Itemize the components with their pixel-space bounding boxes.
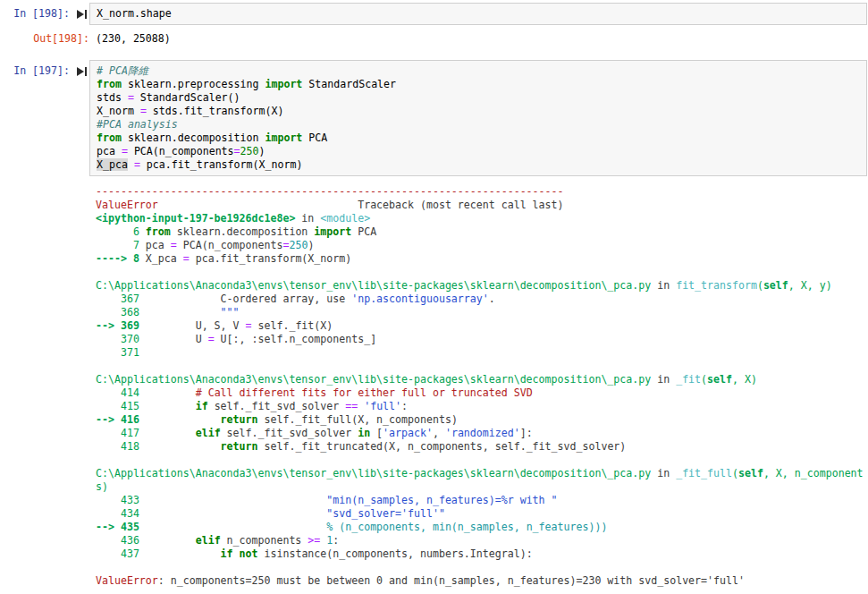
code-line: 6 from sklearn.decomposition import PCA bbox=[96, 225, 865, 239]
play-bar-icon bbox=[85, 10, 87, 19]
run-cell-icon[interactable] bbox=[77, 64, 87, 78]
code-line: X_pca = pca.fit_transform(X_norm) bbox=[97, 158, 866, 172]
code-cell-2: In [197]: # PCA降維from sklearn.preprocess… bbox=[0, 60, 868, 588]
code-line: 371 bbox=[96, 346, 865, 360]
code-line: #PCA analysis bbox=[97, 118, 866, 132]
play-triangle-icon bbox=[77, 10, 84, 19]
code-line bbox=[96, 454, 865, 467]
code-line: 417 elif self._fit_svd_solver in ['arpac… bbox=[96, 427, 865, 440]
prompt-column: In [198]: bbox=[0, 3, 89, 21]
input-prompt: In [197]: bbox=[13, 64, 70, 78]
code-line: --> 416 return self._fit_full(X, n_compo… bbox=[96, 413, 865, 427]
code-editor[interactable]: # PCA降維from sklearn.preprocessing import… bbox=[97, 64, 866, 172]
code-line: C:\Applications\Anaconda3\envs\tensor_en… bbox=[96, 467, 865, 494]
code-line: 433 "min(n_samples, n_features)=%r with … bbox=[96, 494, 865, 507]
code-line: 368 """ bbox=[96, 306, 865, 319]
code-line: --> 369 U, S, V = self._fit(X) bbox=[96, 319, 865, 333]
code-line: <ipython-input-197-be1926dc1e8e> in <mod… bbox=[96, 212, 865, 225]
code-line bbox=[96, 561, 865, 574]
code-line: 370 U = U[:, :self.n_components_] bbox=[96, 333, 865, 346]
code-line: from sklearn.decomposition import PCA bbox=[97, 132, 866, 145]
code-line: from sklearn.preprocessing import Standa… bbox=[97, 78, 866, 91]
code-line: X_norm = stds.fit_transform(X) bbox=[97, 105, 866, 118]
code-line: stds = StandardScaler() bbox=[97, 91, 866, 105]
code-editor[interactable]: X_norm.shape bbox=[97, 7, 866, 21]
prompt-column: Out[198]: bbox=[0, 32, 89, 46]
play-triangle-icon bbox=[77, 67, 84, 76]
code-line: 415 if self._fit_svd_solver == 'full': bbox=[96, 400, 865, 413]
code-line: C:\Applications\Anaconda3\envs\tensor_en… bbox=[96, 373, 865, 386]
code-line bbox=[96, 360, 865, 373]
code-cell-1: In [198]: X_norm.shape Out[198]: (230, 2… bbox=[0, 3, 868, 46]
code-line: X_norm.shape bbox=[97, 7, 866, 21]
notebook: In [198]: X_norm.shape Out[198]: (230, 2… bbox=[0, 0, 868, 588]
code-line: 418 return self._fit_truncated(X, n_comp… bbox=[96, 440, 865, 454]
code-line: 437 if not isinstance(n_components, numb… bbox=[96, 547, 865, 561]
code-line: 434 "svd_solver='full'" bbox=[96, 507, 865, 521]
code-line: ----------------------------------------… bbox=[96, 185, 865, 199]
code-line: C:\Applications\Anaconda3\envs\tensor_en… bbox=[96, 279, 865, 293]
code-line: --> 435 % (n_components, min(n_samples, … bbox=[96, 521, 865, 534]
code-line: ValueError Traceback (most recent call l… bbox=[96, 199, 865, 212]
code-line: 367 C-ordered array, use 'np.ascontiguou… bbox=[96, 293, 865, 306]
play-bar-icon bbox=[85, 67, 87, 76]
run-cell-icon[interactable] bbox=[77, 7, 87, 21]
input-prompt: In [198]: bbox=[13, 7, 70, 21]
code-line: 7 pca = PCA(n_components=250) bbox=[96, 239, 865, 252]
output-prompt: Out[198]: bbox=[33, 32, 89, 46]
error-traceback-output: ----------------------------------------… bbox=[96, 185, 865, 588]
code-line: 436 elif n_components >= 1: bbox=[96, 534, 865, 547]
code-input-area[interactable]: # PCA降維from sklearn.preprocessing import… bbox=[89, 60, 867, 176]
code-line: 414 # Call different fits for either ful… bbox=[96, 386, 865, 400]
code-line: ValueError: n_components=250 must be bet… bbox=[96, 574, 865, 588]
code-line: pca = PCA(n_components=250) bbox=[97, 145, 866, 158]
code-line: # PCA降維 bbox=[97, 64, 866, 78]
output-value: (230, 25088) bbox=[89, 32, 171, 46]
code-input-area[interactable]: X_norm.shape bbox=[89, 3, 867, 25]
code-line bbox=[96, 266, 865, 279]
prompt-column: In [197]: bbox=[0, 60, 89, 78]
code-line: ----> 8 X_pca = pca.fit_transform(X_norm… bbox=[96, 252, 865, 266]
